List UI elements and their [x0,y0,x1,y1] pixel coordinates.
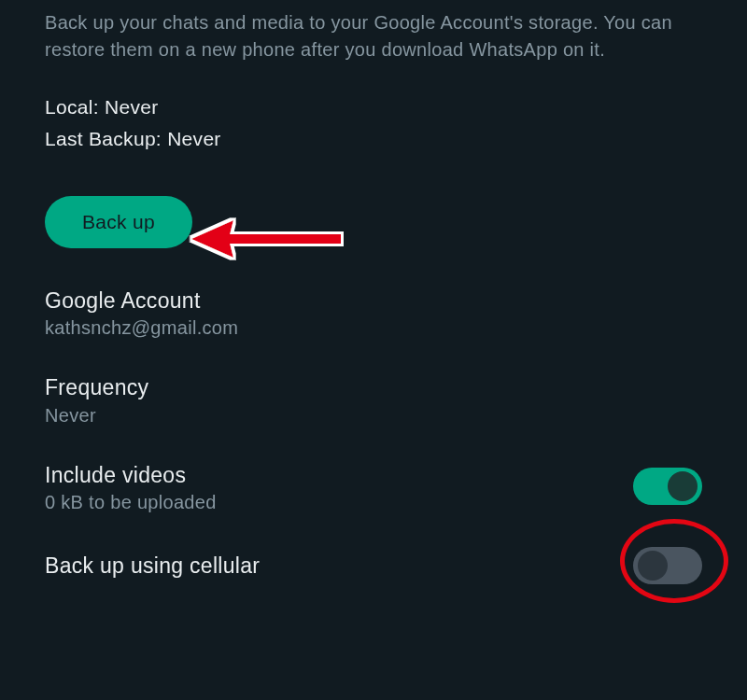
frequency-section[interactable]: Frequency Never [45,372,702,426]
backup-cellular-section: Back up using cellular [45,547,702,584]
google-account-section[interactable]: Google Account kathsnchz@gmail.com [45,286,702,339]
backup-description: Back up your chats and media to your Goo… [45,9,702,63]
last-backup-status: Last Backup: Never [45,123,702,155]
backup-cellular-toggle[interactable] [633,547,702,584]
frequency-value: Never [45,405,702,427]
toggle-knob-icon [638,551,668,581]
include-videos-section: Include videos 0 kB to be uploaded [45,460,702,513]
google-account-title: Google Account [45,286,702,315]
include-videos-title: Include videos [45,460,633,490]
include-videos-sub: 0 kB to be uploaded [45,492,633,513]
google-account-value: kathsnchz@gmail.com [45,317,702,339]
toggle-knob-icon [668,471,698,501]
backup-button[interactable]: Back up [45,196,192,248]
backup-status-group: Local: Never Last Backup: Never [45,91,702,154]
frequency-title: Frequency [45,372,702,402]
backup-cellular-title: Back up using cellular [45,551,633,581]
local-backup-status: Local: Never [45,91,702,123]
include-videos-toggle[interactable] [633,468,702,505]
